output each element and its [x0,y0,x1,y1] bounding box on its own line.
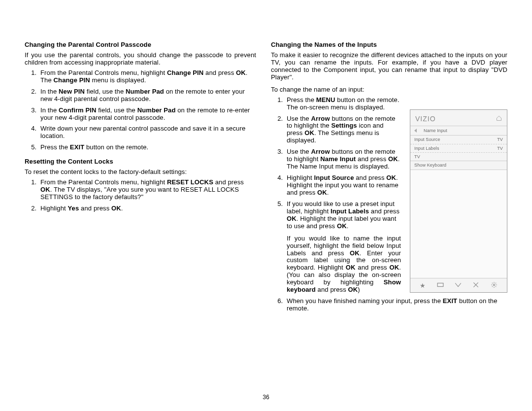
list-item: Use the Arrow buttons on the remote to h… [285,148,401,171]
x-icon [472,281,479,290]
page-number: 36 [0,394,532,401]
intro-inputs2: To change the name of an input: [271,86,507,94]
list-item: If you would like to use a preset input … [285,201,401,294]
left-arrow-icon [414,129,417,133]
osd-breadcrumb: Name Input [410,126,507,136]
osd-footer: ★ [410,278,507,292]
star-icon: ★ [420,282,426,290]
input-steps-cont: When you have finished naming your input… [271,298,507,312]
intro-passcode: If you use the parental controls, you sh… [25,52,256,67]
list-item: Highlight Input Source and press OK. Hig… [285,174,401,197]
svg-point-1 [493,284,495,286]
intro-inputs: To make it easier to recognize the diffe… [271,52,507,81]
svg-rect-0 [437,283,443,287]
vizio-logo: VIZIO [415,115,436,123]
list-item: Press the MENU button on the remote. The… [285,97,401,111]
right-column: Changing the Names of the Inputs To make… [271,41,507,319]
heading-passcode: Changing the Parental Control Passcode [25,41,256,49]
osd-row: Input Source TV [410,136,507,144]
osd-figure: VIZIO Name Input Input Source TV Input L… [410,109,507,293]
list-item: Highlight Yes and press OK. [38,205,256,212]
gear-icon [491,281,498,290]
heading-reset: Resetting the Content Locks [25,158,256,166]
home-icon [496,115,502,123]
passcode-steps: From the Parental Controls menu, highlig… [25,69,256,151]
list-item: Write down your new parental control pas… [38,125,256,140]
list-item: Use the Arrow buttons on the remote to h… [285,115,401,145]
intro-reset: To reset the content locks to the factor… [25,169,256,176]
v-icon [455,281,462,290]
reset-steps: From the Parental Controls menu, highlig… [25,179,256,212]
list-item: From the Parental Controls menu, highlig… [38,69,256,84]
left-column: Changing the Parental Control Passcode I… [25,41,256,319]
list-item: When you have finished naming your input… [285,298,507,312]
list-item: In the New PIN field, use the Number Pad… [38,88,256,103]
osd-row: TV [410,153,507,161]
list-item: Press the EXIT button on the remote. [38,144,256,151]
heading-inputs: Changing the Names of the Inputs [271,41,507,49]
wide-icon [437,281,444,290]
osd-row: Show Keyboard [410,161,507,170]
osd-row: Input Labels TV [410,144,507,153]
list-item: In the Confirm PIN field, use the Number… [38,107,256,122]
input-steps: Press the MENU button on the remote. The… [271,97,401,294]
list-item: From the Parental Controls menu, highlig… [38,179,256,201]
breadcrumb-label: Name Input [424,128,447,133]
